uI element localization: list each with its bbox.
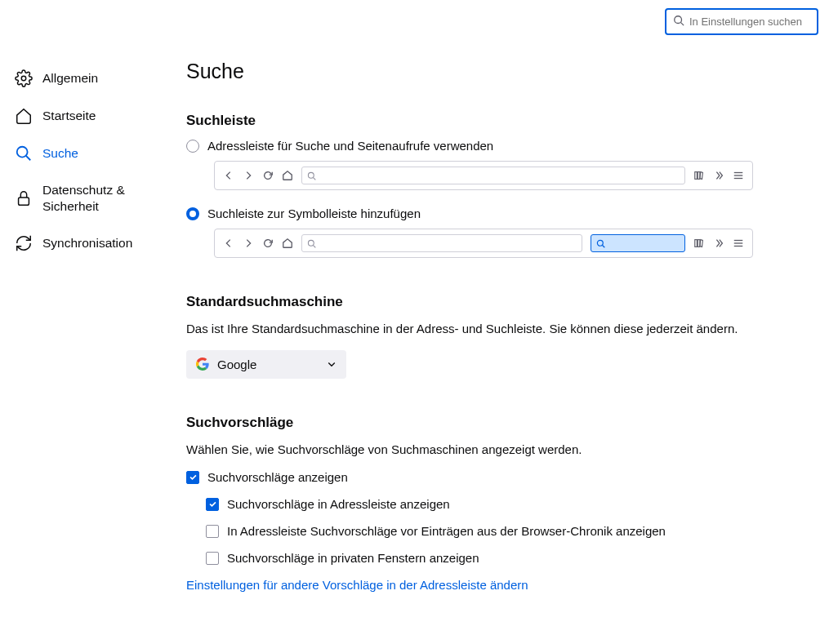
back-icon <box>223 170 234 181</box>
svg-line-14 <box>314 245 316 247</box>
radio-label: Adressleiste für Suche und Seitenaufrufe… <box>207 139 493 153</box>
sidebar-item-sync[interactable]: Synchronisation <box>8 224 163 262</box>
sidebar-item-search[interactable]: Suche <box>8 135 163 172</box>
radio-add-searchbar[interactable]: Suchleiste zur Symbolleiste hinzufügen <box>186 207 805 220</box>
checkbox-icon <box>206 552 219 565</box>
checkbox-icon <box>186 471 199 484</box>
svg-point-2 <box>21 76 26 81</box>
chevron-down-icon <box>327 358 337 371</box>
svg-point-13 <box>308 240 314 246</box>
svg-line-1 <box>681 23 684 26</box>
sync-icon <box>15 234 33 252</box>
checkbox-show-suggestions[interactable]: Suchvorschläge anzeigen <box>186 470 805 484</box>
menu-icon <box>733 170 744 181</box>
lock-icon <box>15 189 33 207</box>
svg-rect-5 <box>19 198 29 205</box>
svg-point-3 <box>17 147 28 158</box>
sidebar-item-home[interactable]: Startseite <box>8 97 163 135</box>
reload-icon <box>262 170 274 181</box>
settings-search[interactable] <box>665 8 818 35</box>
checkbox-suggestions-before-history[interactable]: In Adressleiste Suchvorschläge vor Eintr… <box>206 524 805 538</box>
back-icon <box>223 238 234 249</box>
sidebar-item-label: Synchronisation <box>42 235 132 251</box>
home-icon <box>282 238 293 249</box>
search-icon <box>673 15 684 29</box>
svg-point-6 <box>308 172 314 178</box>
svg-point-0 <box>675 16 682 24</box>
library-icon <box>693 238 705 249</box>
dropdown-value: Google <box>217 358 256 371</box>
checkbox-icon <box>206 525 219 538</box>
settings-search-input[interactable] <box>689 16 810 28</box>
home-icon <box>282 170 293 181</box>
checkbox-suggestions-urlbar[interactable]: Suchvorschläge in Adressleiste anzeigen <box>206 497 805 511</box>
section-searchbar: Suchleiste Adressleiste für Suche und Se… <box>186 113 805 258</box>
radio-use-addressbar[interactable]: Adressleiste für Suche und Seitenaufrufe… <box>186 139 805 153</box>
section-description: Das ist Ihre Standardsuchmaschine in der… <box>186 320 805 339</box>
menu-icon <box>733 238 744 249</box>
sidebar-item-label: Startseite <box>42 108 96 124</box>
svg-line-4 <box>26 156 31 161</box>
checkbox-label: In Adressleiste Suchvorschläge vor Eintr… <box>227 524 666 538</box>
section-heading: Standardsuchmaschine <box>186 294 805 310</box>
search-icon <box>15 144 33 162</box>
checkbox-label: Suchvorschläge in privaten Fenstern anze… <box>227 551 479 565</box>
section-heading: Suchleiste <box>186 113 805 129</box>
sidebar-item-label: Suche <box>42 145 78 162</box>
radio-icon <box>186 140 199 153</box>
checkbox-suggestions-private[interactable]: Suchvorschläge in privaten Fenstern anze… <box>206 551 805 565</box>
forward-icon <box>243 238 254 249</box>
home-icon <box>15 107 33 125</box>
radio-label: Suchleiste zur Symbolleiste hinzufügen <box>207 207 421 220</box>
sidebar-item-label: Allgemein <box>42 70 98 87</box>
sidebar: Allgemein Startseite Suche Datenschutz &… <box>0 35 163 644</box>
section-heading: Suchvorschläge <box>186 415 805 431</box>
svg-line-16 <box>603 245 605 247</box>
checkbox-icon <box>206 498 219 511</box>
radio-icon <box>186 207 199 220</box>
gear-icon <box>15 69 33 87</box>
svg-point-15 <box>597 240 603 246</box>
checkbox-label: Suchvorschläge in Adressleiste anzeigen <box>227 497 450 511</box>
library-icon <box>693 170 705 181</box>
svg-rect-17 <box>695 240 698 247</box>
default-engine-dropdown[interactable]: Google <box>186 350 346 379</box>
urlbar-preview <box>301 167 685 184</box>
other-suggestions-link[interactable]: Einstellungen für andere Vorschläge in d… <box>186 578 528 592</box>
page-title: Suche <box>186 60 805 83</box>
main-content: Suche Suchleiste Adressleiste für Suche … <box>163 35 838 644</box>
reload-icon <box>262 238 274 249</box>
searchbar-preview <box>591 234 685 252</box>
forward-icon <box>243 170 254 181</box>
section-suggestions: Suchvorschläge Wählen Sie, wie Suchvorsc… <box>186 415 805 593</box>
overflow-icon <box>713 170 724 181</box>
sidebar-item-label: Datenschutz & Sicherheit <box>42 182 157 215</box>
toolbar-preview-searchbar <box>214 229 753 258</box>
section-default-engine: Standardsuchmaschine Das ist Ihre Standa… <box>186 294 805 379</box>
svg-line-7 <box>314 177 316 180</box>
section-description: Wählen Sie, wie Suchvorschläge von Suchm… <box>186 441 805 460</box>
svg-rect-8 <box>695 172 698 180</box>
sidebar-item-privacy[interactable]: Datenschutz & Sicherheit <box>8 172 163 224</box>
google-icon <box>196 358 209 371</box>
urlbar-preview <box>301 234 582 252</box>
toolbar-preview-addressbar <box>214 161 753 190</box>
overflow-icon <box>713 238 724 249</box>
sidebar-item-general[interactable]: Allgemein <box>8 60 163 97</box>
checkbox-label: Suchvorschläge anzeigen <box>207 470 348 484</box>
